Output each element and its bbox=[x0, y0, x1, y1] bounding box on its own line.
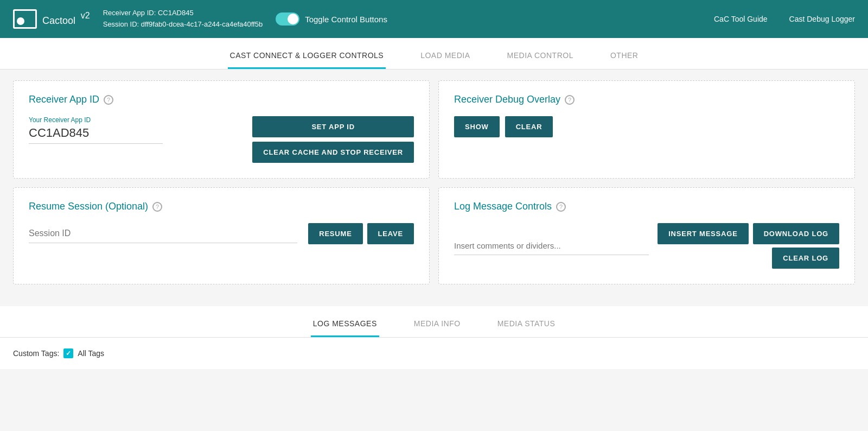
logo-text: Cactool v2 bbox=[42, 10, 90, 28]
resume-session-title: Resume Session (Optional) ? bbox=[29, 201, 414, 212]
main-tabs: CAST CONNECT & LOGGER CONTROLS LOAD MEDI… bbox=[0, 38, 868, 69]
tab-media-control[interactable]: MEDIA CONTROL bbox=[505, 43, 576, 69]
clear-cache-button[interactable]: CLEAR CACHE AND STOP RECEIVER bbox=[252, 142, 414, 163]
log-message-title: Log Message Controls ? bbox=[454, 201, 839, 212]
bottom-tabs: LOG MESSAGES MEDIA INFO MEDIA STATUS bbox=[0, 306, 868, 338]
log-comment-input[interactable] bbox=[454, 237, 649, 255]
tab-load-media[interactable]: LOAD MEDIA bbox=[418, 43, 472, 69]
custom-tags-row: Custom Tags: All Tags bbox=[0, 338, 868, 369]
insert-message-button[interactable]: INSERT MESSAGE bbox=[658, 223, 749, 244]
header: Cactool v2 Receiver App ID: CC1AD845 Ses… bbox=[0, 0, 868, 38]
resume-session-card: Resume Session (Optional) ? RESUME LEAVE bbox=[13, 187, 430, 284]
tab-media-info[interactable]: MEDIA INFO bbox=[412, 312, 463, 337]
receiver-layout: Your Receiver App ID CC1AD845 SET APP ID… bbox=[29, 116, 414, 163]
receiver-app-id-display: Receiver App ID: CC1AD845 bbox=[103, 8, 263, 19]
log-buttons-bottom-row: CLEAR LOG bbox=[772, 248, 839, 269]
session-id-display: Session ID: dff9fab0-dcea-4c17-a244-ca4e… bbox=[103, 19, 263, 30]
receiver-debug-card: Receiver Debug Overlay ? SHOW CLEAR bbox=[438, 80, 855, 179]
custom-tags-label: Custom Tags: bbox=[13, 349, 59, 358]
leave-button[interactable]: LEAVE bbox=[367, 223, 414, 244]
header-info: Receiver App ID: CC1AD845 Session ID: df… bbox=[103, 8, 263, 30]
tab-log-messages[interactable]: LOG MESSAGES bbox=[311, 312, 379, 337]
log-buttons: INSERT MESSAGE DOWNLOAD LOG CLEAR LOG bbox=[658, 223, 839, 269]
log-message-help-icon[interactable]: ? bbox=[556, 202, 566, 212]
clear-overlay-button[interactable]: CLEAR bbox=[505, 116, 553, 137]
nav-guide-link[interactable]: CaC Tool Guide bbox=[714, 15, 768, 23]
all-tags-label: All Tags bbox=[78, 349, 104, 358]
receiver-field-label: Your Receiver App ID bbox=[29, 116, 252, 124]
session-layout: RESUME LEAVE bbox=[29, 223, 414, 244]
resume-session-help-icon[interactable]: ? bbox=[152, 202, 162, 212]
log-buttons-top-row: INSERT MESSAGE DOWNLOAD LOG bbox=[658, 223, 839, 244]
session-id-input[interactable] bbox=[29, 224, 297, 243]
resume-button[interactable]: RESUME bbox=[308, 223, 362, 244]
tab-cast-connect[interactable]: CAST CONNECT & LOGGER CONTROLS bbox=[228, 43, 386, 69]
header-nav: CaC Tool Guide Cast Debug Logger bbox=[714, 15, 855, 23]
receiver-debug-help-icon[interactable]: ? bbox=[565, 95, 575, 105]
receiver-field-value: CC1AD845 bbox=[29, 126, 163, 144]
toggle-control[interactable]: Toggle Control Buttons bbox=[276, 12, 387, 26]
receiver-right: SET APP ID CLEAR CACHE AND STOP RECEIVER bbox=[252, 116, 414, 163]
set-app-id-button[interactable]: SET APP ID bbox=[252, 116, 414, 137]
clear-log-button[interactable]: CLEAR LOG bbox=[772, 248, 839, 269]
log-layout: INSERT MESSAGE DOWNLOAD LOG CLEAR LOG bbox=[454, 223, 839, 269]
card-grid: Receiver App ID ? Your Receiver App ID C… bbox=[13, 80, 855, 284]
tab-other[interactable]: OTHER bbox=[608, 43, 641, 69]
debug-buttons: SHOW CLEAR bbox=[454, 116, 839, 137]
all-tags-checkbox[interactable] bbox=[63, 348, 73, 358]
nav-debug-link[interactable]: Cast Debug Logger bbox=[789, 15, 855, 23]
receiver-app-id-help-icon[interactable]: ? bbox=[104, 95, 113, 105]
toggle-label: Toggle Control Buttons bbox=[305, 15, 387, 24]
log-message-card: Log Message Controls ? INSERT MESSAGE DO… bbox=[438, 187, 855, 284]
download-log-button[interactable]: DOWNLOAD LOG bbox=[753, 223, 839, 244]
toggle-switch[interactable] bbox=[276, 12, 299, 26]
logo: Cactool v2 bbox=[13, 9, 90, 29]
cast-icon bbox=[13, 9, 37, 29]
receiver-app-id-title: Receiver App ID ? bbox=[29, 94, 414, 105]
main-content: Receiver App ID ? Your Receiver App ID C… bbox=[0, 69, 868, 295]
show-overlay-button[interactable]: SHOW bbox=[454, 116, 500, 137]
session-buttons: RESUME LEAVE bbox=[308, 223, 414, 244]
receiver-debug-title: Receiver Debug Overlay ? bbox=[454, 94, 839, 105]
receiver-left: Your Receiver App ID CC1AD845 bbox=[29, 116, 252, 153]
tab-media-status[interactable]: MEDIA STATUS bbox=[495, 312, 558, 337]
receiver-app-id-card: Receiver App ID ? Your Receiver App ID C… bbox=[13, 80, 430, 179]
